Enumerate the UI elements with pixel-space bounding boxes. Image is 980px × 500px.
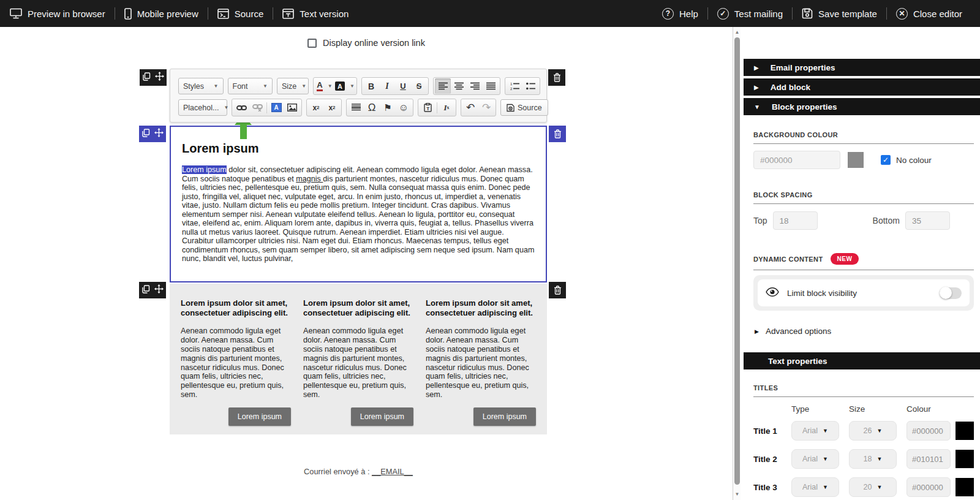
column-cta-button[interactable]: Lorem ipsum [228, 407, 291, 426]
column-body: Aenean commodo ligula eget dolor. Aenean… [426, 327, 536, 400]
underline-button[interactable]: U [395, 78, 411, 94]
title-3-size-select[interactable]: 20▼ [849, 477, 897, 497]
new-badge: NEW [831, 253, 859, 265]
columns-block-drag-handle[interactable] [139, 282, 166, 298]
title-2-row: Title 2 Arial▼ 18▼ #010101 [753, 449, 974, 469]
toolbar-delete-button[interactable] [548, 69, 565, 86]
superscript-button[interactable]: x2 [324, 100, 340, 115]
background-colour-input[interactable] [753, 151, 840, 169]
column-3: Lorem ipsum dolor sit amet, consectetuer… [426, 298, 536, 434]
vertical-scrollbar[interactable]: ▲ ▼ [733, 27, 741, 500]
align-right-button[interactable] [467, 78, 483, 94]
title-2-colour-swatch[interactable] [956, 450, 974, 468]
title-1-colour-input[interactable]: #000000 [907, 421, 951, 441]
accordion-email-properties[interactable]: ▶ Email properties [744, 59, 980, 76]
columns-block-delete-button[interactable] [549, 282, 566, 298]
accordion-text-properties[interactable]: Text properties [744, 352, 980, 369]
title-3-label: Title 3 [753, 483, 791, 492]
background-colour-swatch[interactable] [848, 152, 864, 168]
titles-col-type: Type [791, 404, 849, 414]
remove-format-button[interactable]: Ix [439, 100, 454, 115]
align-center-button[interactable] [451, 78, 467, 94]
accordion-block-properties[interactable]: ▼ Block properties [744, 98, 980, 115]
footer-email-link[interactable]: __EMAIL__ [372, 467, 413, 476]
text-block-drag-handle[interactable] [139, 126, 166, 142]
background-color-button[interactable]: A▼ [334, 78, 355, 94]
source-toggle-button[interactable]: Source [500, 99, 548, 116]
accordion-add-block[interactable]: ▶ Add block [744, 78, 980, 96]
mobile-preview-button[interactable]: Mobile preview [115, 0, 208, 27]
title-2-font-select[interactable]: Arial▼ [791, 449, 839, 469]
preview-in-browser-button[interactable]: Preview in browser [9, 0, 115, 27]
bold-button[interactable]: B [363, 78, 379, 94]
title-2-colour-input[interactable]: #010101 [907, 449, 951, 469]
title-2-label: Title 2 [753, 455, 791, 464]
font-combo[interactable]: Font▼ [228, 78, 273, 94]
title-3-font-select[interactable]: Arial▼ [791, 477, 839, 497]
subscript-button[interactable]: x2 [308, 100, 324, 115]
text-block-heading: Lorem ipsum [182, 142, 535, 156]
scroll-up-arrow[interactable]: ▲ [733, 29, 741, 35]
size-combo[interactable]: Size▼ [277, 78, 309, 94]
spacing-bottom-input[interactable] [905, 211, 950, 230]
title-1-size-select[interactable]: 26▼ [849, 421, 897, 441]
numbered-list-button[interactable]: 12 [507, 78, 522, 94]
close-editor-button[interactable]: ✕ Close editor [887, 0, 971, 27]
chevron-right-icon: ▶ [755, 328, 759, 335]
spacing-bottom-label: Bottom [873, 216, 900, 225]
help-icon: ? [662, 8, 674, 20]
column-2: Lorem ipsum dolor sit amet, consectetuer… [303, 298, 413, 434]
link-button[interactable] [233, 100, 249, 115]
text-color-button[interactable]: A▼ [315, 78, 334, 94]
limit-visibility-toggle[interactable] [940, 287, 962, 299]
display-online-version-checkbox[interactable] [307, 39, 317, 48]
save-template-button[interactable]: Save template [793, 0, 886, 27]
column-cta-button[interactable]: Lorem ipsum [473, 407, 536, 426]
text-version-button[interactable]: Text version [273, 0, 358, 27]
advanced-options-toggle[interactable]: ▶ Advanced options [755, 327, 974, 336]
italic-button[interactable]: I [379, 78, 395, 94]
title-1-font-select[interactable]: Arial▼ [791, 421, 839, 441]
toolbar-drag-handle[interactable] [140, 69, 167, 86]
redo-button[interactable]: ↷ [478, 100, 494, 115]
three-column-block[interactable]: Lorem ipsum dolor sit amet, consectetuer… [170, 284, 547, 434]
horizontal-rule-button[interactable] [348, 100, 364, 115]
justify-button[interactable] [483, 78, 499, 94]
dynamic-content-label: DYNAMIC CONTENT [753, 256, 823, 263]
scrollbar-thumb[interactable] [734, 37, 740, 485]
title-2-size-select[interactable]: 18▼ [849, 449, 897, 469]
spacing-top-input[interactable] [773, 211, 818, 230]
image-button[interactable] [284, 100, 300, 115]
special-character-button[interactable]: Ω [364, 100, 380, 115]
anchor-flag-button[interactable]: ⚑ [380, 100, 396, 115]
align-left-button[interactable] [435, 78, 451, 94]
bulleted-list-button[interactable] [522, 78, 538, 94]
undo-button[interactable]: ↶ [462, 100, 478, 115]
underlined-word: magnis [296, 175, 323, 183]
source-button[interactable]: Source [208, 0, 273, 27]
smiley-button[interactable]: ☺ [396, 100, 412, 115]
phone-icon [124, 8, 132, 20]
title-3-colour-swatch[interactable] [956, 478, 974, 496]
help-button[interactable]: ? Help [661, 0, 707, 27]
styles-combo[interactable]: Styles▼ [178, 78, 224, 94]
size-combo-label: Size [282, 82, 296, 91]
highlight-text-button[interactable]: A [268, 100, 284, 115]
chevron-down-icon: ▼ [823, 428, 828, 434]
paste-template-button[interactable]: T [420, 100, 435, 115]
section-divider [753, 143, 974, 144]
column-body: Aenean commodo ligula eget dolor. Aenean… [303, 327, 413, 400]
limit-visibility-label: Limit block visibility [787, 289, 940, 298]
section-divider [753, 203, 974, 204]
strikethrough-button[interactable]: S [411, 78, 427, 94]
scroll-down-arrow[interactable]: ▼ [733, 491, 741, 497]
column-cta-button[interactable]: Lorem ipsum [351, 407, 413, 426]
test-mailing-button[interactable]: ✓ Test mailing [708, 0, 792, 27]
placeholder-combo[interactable]: Placehol...▼ [178, 99, 227, 116]
text-block-delete-button[interactable] [549, 126, 566, 142]
title-3-colour-input[interactable]: #000000 [907, 477, 951, 497]
title-1-colour-swatch[interactable] [956, 422, 974, 440]
unlink-button[interactable] [249, 100, 265, 115]
no-colour-checkbox[interactable]: ✓ [881, 155, 891, 165]
text-block-selected[interactable]: Lorem ipsum Lorem ipsum dolor sit, conse… [170, 126, 547, 282]
